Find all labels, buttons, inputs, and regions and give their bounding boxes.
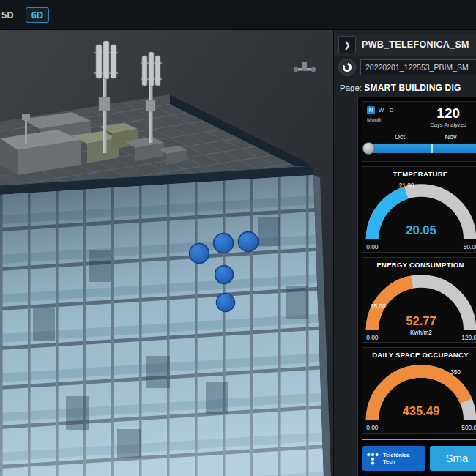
period-month-button[interactable]: M <box>367 106 375 114</box>
gauge-min: 0.00 <box>366 335 378 341</box>
collapse-panel-button[interactable]: ❯ <box>338 36 356 53</box>
gauge-value: 435.49 <box>403 404 440 418</box>
model-selector-row: 20220201_122553_PBIM_SM <box>334 56 476 79</box>
gauge-tick-label: 21.00 <box>399 182 414 189</box>
dashboard-report-icon[interactable] <box>338 59 356 76</box>
page-label: Page: <box>340 83 362 92</box>
page-name: SMART BUILDING DIG <box>364 83 461 93</box>
gauge-unit: Kwh/m2 <box>410 329 432 335</box>
gauge-energy-consumption: ENERGY CONSUMPTION 15.00 52.77 Kwh/m2 0.… <box>362 257 476 343</box>
tab-5d[interactable]: 5D <box>1 10 14 21</box>
timeline-end-label: Nov <box>445 133 457 141</box>
gauge-min: 0.00 <box>366 425 378 431</box>
building-model-canvas[interactable] <box>0 30 333 476</box>
days-analyzed-value: 120 <box>430 106 466 120</box>
gauge-min: 0.00 <box>366 244 378 250</box>
gauge-daily-space-occupancy: DAILY SPACE OCCUPANCY 350 435.49 0.00 50… <box>362 347 476 434</box>
timeline-start-label: Oct <box>395 133 405 141</box>
tab-6d[interactable]: 6D <box>26 7 50 23</box>
project-title: PWB_TELEFONICA_SM <box>362 40 469 50</box>
gauge-chart: 15.00 52.77 Kwh/m2 0.00 120.00 <box>362 269 476 342</box>
gauge-title: DAILY SPACE OCCUPANCY <box>362 351 476 359</box>
gauge-max: 50.00 <box>464 244 476 250</box>
gauge-tick-label: 15.00 <box>371 303 386 310</box>
gauge-temperature: TEMPERATURE 21.00 20.05 0.00 50.00 <box>362 166 476 253</box>
panel-header: ❯ PWB_TELEFONICA_SM <box>334 34 476 56</box>
period-week-button[interactable]: W <box>377 106 385 114</box>
period-mode-label: Month <box>367 116 395 123</box>
gauge-max: 500.00 <box>461 425 476 431</box>
gauge-chart: 21.00 20.05 0.00 50.00 <box>362 179 476 251</box>
timeline-month-divider <box>431 144 433 153</box>
smart-building-dashboard: M W D Month 120 Days Analyzed Oct <box>357 97 476 476</box>
gauge-title: ENERGY CONSUMPTION <box>362 261 476 269</box>
gauge-tick-label: 350 <box>450 369 461 376</box>
app-window: 5D 6D <box>0 0 476 476</box>
brand-label: Telefónica Tech <box>383 452 417 465</box>
timeline-slider-handle[interactable] <box>362 142 375 155</box>
smart-action-button[interactable]: Sma <box>430 446 476 471</box>
days-analyzed-label: Days Analyzed <box>430 122 466 128</box>
period-day-button[interactable]: D <box>387 106 395 114</box>
date-range-slider[interactable]: Oct Nov <box>367 133 474 155</box>
gauge-title: TEMPERATURE <box>362 170 476 178</box>
3d-viewport[interactable] <box>0 30 333 476</box>
model-file-select[interactable]: 20220201_122553_PBIM_SM <box>360 59 476 75</box>
period-widget: M W D Month 120 Days Analyzed Oct <box>362 101 476 162</box>
properties-panel: ❯ PWB_TELEFONICA_SM 20220201_122553_PBIM… <box>333 30 476 476</box>
top-toolbar: 5D 6D <box>0 0 476 30</box>
page-row: Page: SMART BUILDING DIG <box>334 79 476 97</box>
gauge-max: 120.00 <box>461 335 476 341</box>
gauge-chart: 350 435.49 0.00 500.00 <box>362 360 476 432</box>
dashboard-footer: Telefónica Tech Sma <box>362 439 476 476</box>
telefonica-tech-brand-button[interactable]: Telefónica Tech <box>362 446 425 471</box>
building-facade[interactable] <box>0 175 331 476</box>
gauge-value: 52.77 <box>406 314 436 328</box>
pie-icon <box>342 62 352 72</box>
telefonica-logo-icon <box>366 452 379 465</box>
gauge-value: 20.05 <box>406 223 436 237</box>
timeline-bar[interactable] <box>365 144 476 153</box>
period-mode-buttons: M W D <box>367 106 395 114</box>
